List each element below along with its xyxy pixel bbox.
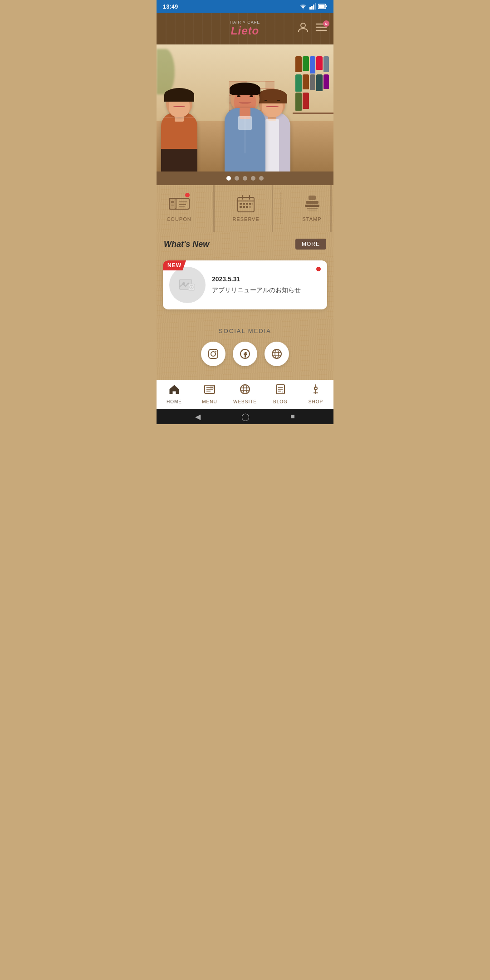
svg-rect-29: [243, 206, 245, 208]
svg-rect-7: [319, 5, 325, 8]
social-media-title: SOCIAL MEDIA: [163, 328, 327, 334]
blog-nav-label: BLOG: [273, 399, 288, 404]
svg-rect-32: [252, 203, 253, 205]
svg-point-8: [301, 23, 305, 28]
svg-rect-6: [326, 5, 327, 7]
android-navigation-bar: ◀ ◯ ■: [157, 409, 333, 424]
news-badge: NEW: [163, 260, 186, 270]
carousel-dot-2[interactable]: [235, 176, 239, 181]
svg-point-49: [275, 349, 279, 358]
svg-rect-28: [240, 206, 242, 208]
home-nav-icon: [168, 384, 180, 397]
shop-nav-icon: [310, 384, 322, 397]
facebook-button[interactable]: [233, 342, 257, 366]
menu-icon[interactable]: N: [315, 23, 327, 34]
svg-rect-27: [249, 203, 251, 205]
android-back-button[interactable]: ◀: [195, 412, 201, 421]
svg-rect-1: [309, 7, 311, 10]
svg-rect-35: [305, 205, 319, 207]
website-button[interactable]: [265, 342, 289, 366]
svg-rect-44: [209, 349, 218, 358]
svg-rect-30: [246, 206, 248, 208]
svg-rect-3: [313, 5, 314, 10]
status-time: 13:49: [163, 3, 178, 10]
reserve-icon-container: [235, 195, 257, 213]
app-header: HAIR × CAFE Lieto N: [157, 13, 333, 44]
news-section: NEW 2023.5.31 アプリリニューアルのお知らせ: [157, 256, 333, 318]
svg-rect-25: [243, 203, 245, 205]
nav-website[interactable]: WEBSITE: [227, 384, 263, 404]
divider-1: [212, 192, 212, 224]
profile-icon[interactable]: [297, 21, 309, 36]
whats-new-header: What's New MORE: [157, 232, 333, 256]
svg-rect-34: [306, 201, 318, 204]
reserve-svg-icon: [237, 195, 255, 213]
news-date: 2023.5.31: [212, 275, 321, 283]
svg-rect-16: [171, 205, 174, 206]
svg-point-46: [215, 351, 216, 352]
quick-actions: COUPON RESERVE: [157, 185, 333, 232]
news-text: アプリリニューアルのお知らせ: [212, 285, 321, 295]
status-icons: [299, 3, 327, 10]
svg-rect-33: [309, 196, 316, 200]
coupon-action[interactable]: COUPON: [167, 195, 191, 222]
news-photo-placeholder-icon: [178, 276, 196, 294]
svg-rect-31: [249, 206, 251, 208]
carousel-dot-4[interactable]: [251, 176, 255, 181]
instagram-icon: [208, 348, 219, 359]
svg-rect-56: [210, 385, 215, 389]
stamp-action[interactable]: STAMP: [301, 195, 323, 222]
nav-home[interactable]: HOME: [157, 384, 192, 404]
svg-point-0: [303, 9, 304, 10]
website-globe-icon: [271, 348, 282, 359]
more-button[interactable]: MORE: [295, 239, 326, 250]
website-nav-label: WEBSITE: [233, 399, 257, 404]
stamp-label: STAMP: [302, 216, 321, 222]
stamp-icon-container: [301, 195, 323, 213]
header-brand: Lieto: [230, 25, 260, 37]
coupon-icon-container: [168, 195, 191, 213]
whats-new-title: What's New: [164, 240, 209, 249]
news-unread-dot: [316, 267, 321, 271]
social-media-section: SOCIAL MEDIA: [157, 318, 333, 380]
facebook-icon: [240, 348, 250, 359]
notification-badge: N: [323, 20, 329, 27]
reserve-label: RESERVE: [232, 216, 259, 222]
status-bar: 13:49: [157, 0, 333, 13]
svg-rect-24: [240, 203, 242, 205]
reserve-action[interactable]: RESERVE: [232, 195, 259, 222]
wifi-icon: [299, 3, 307, 10]
nav-blog[interactable]: BLOG: [263, 384, 298, 404]
svg-rect-15: [171, 201, 174, 203]
bottom-navigation: HOME MENU WEBSITE: [157, 380, 333, 409]
svg-point-58: [243, 385, 247, 394]
carousel-dot-3[interactable]: [243, 176, 247, 181]
hero-image: [157, 44, 333, 172]
svg-rect-13: [169, 198, 176, 209]
nav-shop[interactable]: SHOP: [298, 384, 333, 404]
news-card[interactable]: NEW 2023.5.31 アプリリニューアルのお知らせ: [163, 260, 327, 309]
website-nav-icon: [239, 384, 251, 397]
carousel-dot-1[interactable]: [226, 176, 231, 181]
news-content: 2023.5.31 アプリリニューアルのお知らせ: [212, 275, 321, 295]
svg-point-48: [272, 349, 281, 358]
menu-nav-icon: [204, 384, 216, 397]
blog-nav-icon: [274, 384, 286, 397]
header-logo: HAIR × CAFE Lieto: [230, 20, 260, 37]
coupon-svg-icon: [169, 196, 190, 212]
nav-menu[interactable]: MENU: [192, 384, 227, 404]
svg-point-45: [211, 352, 216, 356]
shop-nav-label: SHOP: [309, 399, 323, 404]
coupon-label: COUPON: [167, 216, 191, 222]
android-home-button[interactable]: ◯: [241, 412, 250, 421]
carousel-dot-5[interactable]: [259, 176, 264, 181]
svg-rect-2: [311, 6, 313, 10]
instagram-button[interactable]: [201, 342, 225, 366]
carousel-dots: [157, 172, 333, 185]
battery-icon: [318, 4, 327, 9]
home-nav-label: HOME: [167, 399, 182, 404]
android-recents-button[interactable]: ■: [290, 412, 295, 421]
social-icons: [163, 342, 327, 366]
svg-rect-26: [246, 203, 248, 205]
divider-2: [280, 192, 280, 224]
